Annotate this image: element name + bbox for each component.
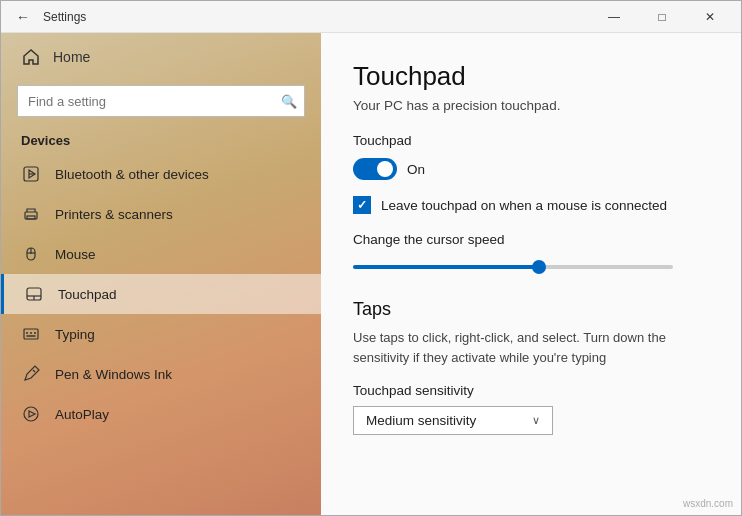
title-bar-title: Settings: [43, 10, 86, 24]
autoplay-icon: [21, 404, 41, 424]
content-area: Home 🔍 Devices Bluetooth & other devi: [1, 33, 741, 515]
sensitivity-label: Touchpad sensitivity: [353, 383, 709, 398]
sidebar-item-touchpad-label: Touchpad: [58, 287, 117, 302]
sidebar-item-mouse[interactable]: Mouse: [1, 234, 321, 274]
taps-title: Taps: [353, 299, 709, 320]
slider-track: [353, 265, 673, 269]
search-container: 🔍: [17, 85, 305, 117]
touchpad-toggle-row: On: [353, 158, 709, 180]
svg-marker-17: [29, 411, 35, 417]
sidebar-home[interactable]: Home: [1, 33, 321, 81]
typing-icon: [21, 324, 41, 344]
svg-line-15: [33, 370, 35, 372]
page-subtitle: Your PC has a precision touchpad.: [353, 98, 709, 113]
sidebar-item-typing[interactable]: Typing: [1, 314, 321, 354]
slider-thumb[interactable]: [532, 260, 546, 274]
svg-rect-3: [27, 216, 35, 219]
toggle-on-label: On: [407, 162, 425, 177]
sidebar-item-bluetooth[interactable]: Bluetooth & other devices: [1, 154, 321, 194]
home-label: Home: [53, 49, 90, 65]
printer-icon: [21, 204, 41, 224]
sidebar-item-autoplay[interactable]: AutoPlay: [1, 394, 321, 434]
sidebar-item-autoplay-label: AutoPlay: [55, 407, 109, 422]
slider-fill: [353, 265, 539, 269]
sidebar-item-pen[interactable]: Pen & Windows Ink: [1, 354, 321, 394]
sidebar-item-typing-label: Typing: [55, 327, 95, 342]
sidebar-section-title: Devices: [1, 125, 321, 154]
maximize-button[interactable]: □: [639, 1, 685, 33]
checkbox-label: Leave touchpad on when a mouse is connec…: [381, 198, 667, 213]
search-input[interactable]: [17, 85, 305, 117]
page-title: Touchpad: [353, 61, 709, 92]
sidebar: Home 🔍 Devices Bluetooth & other devi: [1, 33, 321, 515]
sensitivity-value: Medium sensitivity: [366, 413, 476, 428]
title-bar: ← Settings — □ ✕: [1, 1, 741, 33]
slider-label: Change the cursor speed: [353, 232, 709, 247]
back-arrow-icon: ←: [16, 9, 30, 25]
settings-window: ← Settings — □ ✕ Home 🔍: [0, 0, 742, 516]
window-controls: — □ ✕: [591, 1, 733, 33]
sensitivity-dropdown[interactable]: Medium sensitivity ∨: [353, 406, 553, 435]
touchpad-section-label: Touchpad: [353, 133, 709, 148]
sidebar-item-pen-label: Pen & Windows Ink: [55, 367, 172, 382]
home-icon: [21, 47, 41, 67]
back-button[interactable]: ←: [9, 3, 37, 31]
mouse-icon: [21, 244, 41, 264]
cursor-speed-slider[interactable]: [353, 257, 673, 277]
minimize-button[interactable]: —: [591, 1, 637, 33]
checkbox-row: ✓ Leave touchpad on when a mouse is conn…: [353, 196, 709, 214]
sidebar-item-mouse-label: Mouse: [55, 247, 96, 262]
chevron-down-icon: ∨: [532, 414, 540, 427]
bluetooth-icon: [21, 164, 41, 184]
sidebar-item-touchpad[interactable]: Touchpad: [1, 274, 321, 314]
sidebar-item-bluetooth-label: Bluetooth & other devices: [55, 167, 209, 182]
leave-touchpad-checkbox[interactable]: ✓: [353, 196, 371, 214]
touchpad-toggle[interactable]: [353, 158, 397, 180]
search-icon: 🔍: [281, 94, 297, 109]
sidebar-item-printers-label: Printers & scanners: [55, 207, 173, 222]
checkmark-icon: ✓: [357, 198, 367, 212]
watermark: wsxdn.com: [683, 498, 733, 509]
pen-icon: [21, 364, 41, 384]
taps-description: Use taps to click, right-click, and sele…: [353, 328, 703, 367]
close-button[interactable]: ✕: [687, 1, 733, 33]
main-content: Touchpad Your PC has a precision touchpa…: [321, 33, 741, 515]
touchpad-icon: [24, 284, 44, 304]
sidebar-item-printers[interactable]: Printers & scanners: [1, 194, 321, 234]
